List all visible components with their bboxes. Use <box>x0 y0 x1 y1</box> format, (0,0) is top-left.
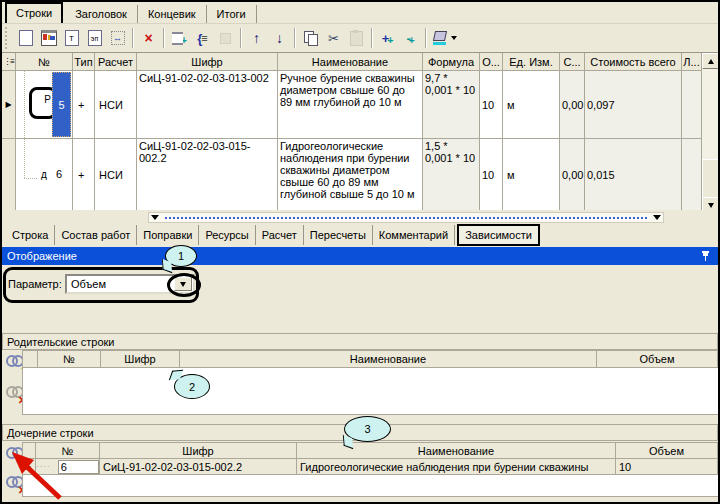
child-col-indicator[interactable] <box>22 442 36 459</box>
add-values-button[interactable]: ++ <box>376 26 399 50</box>
cell-calc[interactable]: НСИ <box>95 71 137 139</box>
cell-type[interactable]: + <box>73 71 95 139</box>
ep-document-button[interactable]: эп <box>83 26 106 50</box>
cell-formula[interactable]: 9,7 * 0,001 * 10 <box>423 71 480 139</box>
child-cell-volume[interactable]: 10 <box>616 459 718 475</box>
collapse-icon[interactable] <box>653 215 661 220</box>
fill-color-button[interactable] <box>430 26 460 50</box>
toolbar-grip[interactable] <box>5 27 10 49</box>
pin-icon[interactable] <box>701 251 710 261</box>
add-row-button[interactable]: + <box>168 26 191 50</box>
splitter-dots <box>165 217 647 219</box>
subtract-values-button[interactable]: -+ <box>399 26 422 50</box>
parent-table-body[interactable] <box>22 368 720 415</box>
tab-stroki[interactable]: Строки <box>5 2 63 23</box>
cell-unit[interactable]: м <box>503 71 560 139</box>
cell-formula[interactable]: 1,5 * 0,001 * 10 <box>423 139 480 211</box>
child-cell-name[interactable]: Гидрогеологические наблюдения при бурени… <box>297 459 616 475</box>
col-header-totalcost[interactable]: Стоимость всего <box>585 53 682 71</box>
cell-code[interactable]: СиЦ-91-02-02-03-013-002 <box>137 71 278 139</box>
current-row-icon: ▶ <box>25 462 31 471</box>
collapse-icon[interactable] <box>151 215 159 220</box>
vertical-scrollbar[interactable] <box>702 53 718 211</box>
row-menu-header[interactable]: ⋮≡ <box>2 53 16 71</box>
cell-type[interactable]: + <box>73 139 95 211</box>
selected-cell[interactable]: 5 <box>52 72 71 137</box>
child-table-row[interactable]: ▶ ····6 СиЦ-91-02-02-03-015-002.2 Гидрог… <box>22 459 720 475</box>
child-cell-num[interactable]: ····6 <box>36 459 100 475</box>
col-header-calc[interactable]: Расчет <box>95 53 137 71</box>
move-up-icon: ↑ <box>253 31 260 45</box>
cell-name[interactable]: Гидрогеологические наблюдения при бурени… <box>278 139 423 211</box>
cut-button[interactable]: ✂ <box>322 26 345 50</box>
cell-name[interactable]: Ручное бурение скважины диаметром свыше … <box>278 71 423 139</box>
new-document-button[interactable] <box>14 26 37 50</box>
tab-kommentarij[interactable]: Комментарий <box>373 225 455 245</box>
child-col-num[interactable]: № <box>36 442 100 459</box>
parent-col-name[interactable]: Наименование <box>180 350 597 368</box>
parent-col-code[interactable]: Шифр <box>101 350 180 368</box>
child-col-volume[interactable]: Объем <box>616 442 718 459</box>
cell-num[interactable]: Р 5 <box>16 71 73 139</box>
estimate-book-button[interactable] <box>37 26 60 50</box>
tab-raschet[interactable]: Расчет <box>256 225 304 245</box>
tab-zavisimosti[interactable]: Зависимости <box>457 224 540 246</box>
col-header-extra[interactable]: Л... <box>682 53 702 71</box>
cell-volume[interactable]: 10 <box>480 139 503 211</box>
tab-koncevik[interactable]: Концевик <box>138 5 207 23</box>
cell-code[interactable]: СиЦ-91-02-02-03-015-002.2 <box>137 139 278 211</box>
tab-resursy[interactable]: Ресурсы <box>199 225 255 245</box>
cell-totalcost[interactable]: 0,015 <box>585 139 682 211</box>
toolbar-separator <box>132 28 134 48</box>
col-header-code[interactable]: Шифр <box>137 53 278 71</box>
col-header-formula[interactable]: Формула <box>423 53 480 71</box>
display-panel-header: Отображение <box>2 247 718 265</box>
child-col-code[interactable]: Шифр <box>100 442 297 459</box>
add-row-icon <box>172 32 183 45</box>
col-header-unitcost[interactable]: С... <box>560 53 585 71</box>
tab-popravki[interactable]: Поправки <box>137 225 199 245</box>
move-up-button[interactable]: ↑ <box>245 26 268 50</box>
disabled-button <box>214 26 237 50</box>
col-header-name[interactable]: Наименование <box>278 53 423 71</box>
cell-totalcost[interactable]: 0,097 <box>585 71 682 139</box>
braces-button[interactable]: {≡ <box>191 26 214 50</box>
col-header-num[interactable]: № <box>16 53 73 71</box>
parent-col-indicator[interactable] <box>22 350 38 368</box>
row-indicator-cell[interactable] <box>2 139 16 211</box>
delete-row-button[interactable]: × <box>137 26 160 50</box>
tab-zagolovok[interactable]: Заголовок <box>65 5 138 23</box>
splitter-channel[interactable] <box>148 212 664 223</box>
tab-pereschety[interactable]: Пересчеты <box>304 225 373 245</box>
col-header-volume[interactable]: О... <box>480 53 503 71</box>
tab-itogi[interactable]: Итоги <box>207 5 257 23</box>
horizontal-splitter[interactable] <box>2 210 718 223</box>
child-row-indicator[interactable]: ▶ <box>22 459 36 475</box>
fill-color-dropdown-icon[interactable] <box>451 36 457 40</box>
insert-special-button[interactable]: ↔ <box>106 26 129 50</box>
col-header-type[interactable]: Тип <box>73 53 95 71</box>
scroll-up-button[interactable] <box>702 53 720 69</box>
cell-extra[interactable] <box>682 71 702 139</box>
col-header-unit[interactable]: Ед. Изм. <box>503 53 560 71</box>
scrollbar-thumb[interactable] <box>702 159 720 199</box>
row-indicator-cell[interactable]: ▶ <box>2 71 16 139</box>
cell-volume[interactable]: 10 <box>480 71 503 139</box>
cell-unit[interactable]: м <box>503 139 560 211</box>
top-tab-bar: Строки Заголовок Концевик Итоги <box>2 2 718 24</box>
text-document-button[interactable]: Т <box>60 26 83 50</box>
grid-row-5: ▶ Р 5 + НСИ СиЦ-91-02-02-03-013-002 Ручн… <box>2 71 718 139</box>
copy-button[interactable] <box>299 26 322 50</box>
child-table-body[interactable] <box>22 475 720 497</box>
child-cell-code[interactable]: СиЦ-91-02-02-03-015-002.2 <box>100 459 297 475</box>
cell-unitcost[interactable]: 0,00 <box>560 71 585 139</box>
cell-extra[interactable] <box>682 139 702 211</box>
move-down-button[interactable]: ↓ <box>268 26 291 50</box>
cell-unitcost[interactable]: 0,00 <box>560 139 585 211</box>
tab-stroka[interactable]: Строка <box>6 225 55 245</box>
cell-calc[interactable]: НСИ <box>95 139 137 211</box>
parent-col-num[interactable]: № <box>38 350 101 368</box>
tab-sostav-rabot[interactable]: Состав работ <box>55 225 137 245</box>
parent-col-volume[interactable]: Объем <box>597 350 718 368</box>
cell-num[interactable]: д 6 <box>16 139 73 211</box>
